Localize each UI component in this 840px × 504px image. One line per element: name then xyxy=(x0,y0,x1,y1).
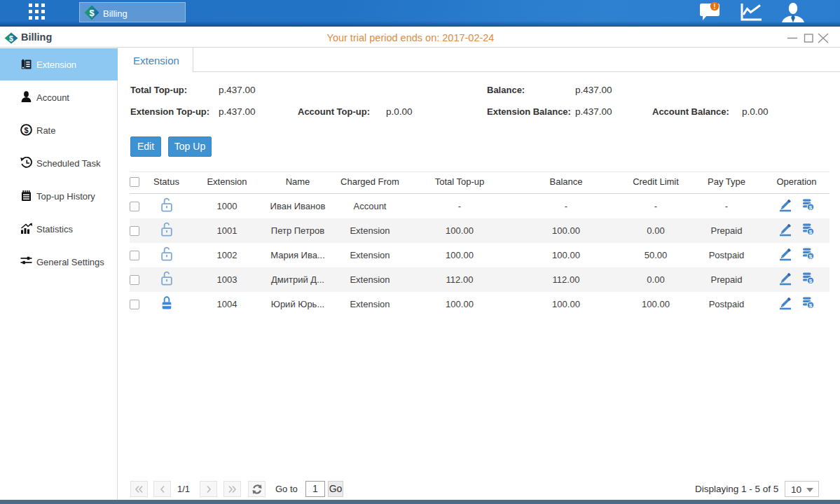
svg-text:$: $ xyxy=(809,204,813,211)
svg-text:$: $ xyxy=(809,229,813,235)
svg-text:!: ! xyxy=(713,3,715,10)
svg-text:$: $ xyxy=(9,34,13,43)
svg-text:$: $ xyxy=(24,126,28,134)
svg-text:$: $ xyxy=(809,278,813,284)
svg-text:$: $ xyxy=(809,253,813,260)
svg-text:$: $ xyxy=(89,8,95,18)
svg-text:$: $ xyxy=(809,302,813,309)
